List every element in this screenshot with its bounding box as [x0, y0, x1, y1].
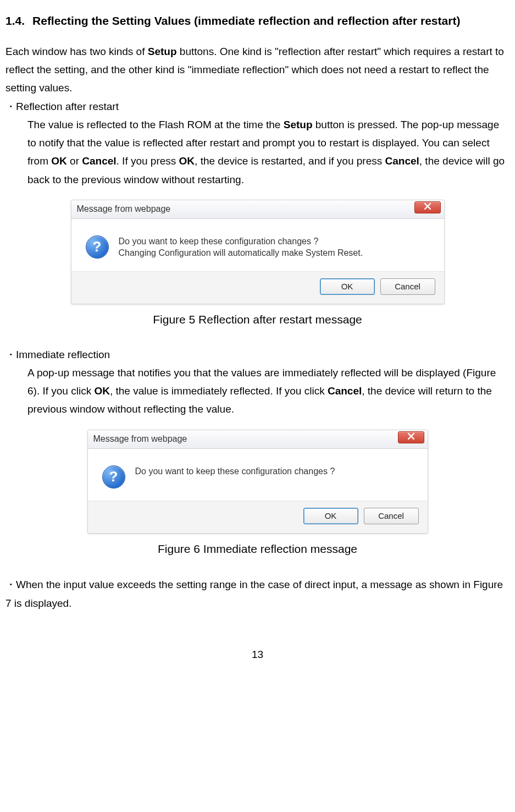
- dialog-1: Message from webpage ? Do you want to ke…: [71, 200, 445, 304]
- sec1-p6: Cancel: [82, 155, 116, 167]
- question-icon: ?: [86, 235, 109, 259]
- intro-bold-setup: Setup: [148, 46, 177, 57]
- dialog-1-line2: Changing Configuration will automaticall…: [119, 247, 430, 259]
- intro-text-1: Each window has two kinds of: [5, 46, 148, 57]
- dialog-2-body: ? Do you want to keep these configuratio…: [88, 449, 428, 501]
- sec1-p5: or: [67, 155, 82, 167]
- cancel-button[interactable]: Cancel: [380, 278, 435, 295]
- sec2-bullet: ・Immediate reflection: [5, 345, 510, 364]
- question-icon: ?: [102, 465, 125, 489]
- ok-button[interactable]: OK: [303, 508, 358, 524]
- section-heading: 1.4. Reflecting the Setting Values (imme…: [5, 11, 510, 31]
- close-button[interactable]: [398, 431, 424, 443]
- dialog-2-footer: OK Cancel: [88, 501, 428, 533]
- figure-6-wrap: Message from webpage ? Do you want to ke…: [5, 430, 510, 534]
- intro-paragraph: Each window has two kinds of Setup butto…: [5, 42, 510, 97]
- dialog-2-line1: Do you want to keep these configuration …: [135, 465, 413, 478]
- close-icon: [407, 431, 415, 443]
- sec1-p4: OK: [51, 155, 67, 167]
- sec1-p2: Setup: [284, 119, 313, 130]
- heading-title: Reflecting the Setting Values (immediate…: [32, 11, 460, 31]
- sec1-bullet: ・Reflection after restart: [5, 97, 510, 116]
- figure-5-wrap: Message from webpage ? Do you want to ke…: [5, 200, 510, 304]
- sec2-p2: OK: [94, 385, 110, 397]
- dialog-1-body: ? Do you want to keep these configuratio…: [71, 219, 444, 271]
- dialog-1-footer: OK Cancel: [71, 271, 444, 304]
- dialog-1-text: Do you want to keep these configuration …: [119, 235, 430, 259]
- dialog-1-title: Message from webpage: [77, 203, 171, 215]
- sec2-p3: , the value is immediately reflected. If…: [110, 385, 328, 397]
- figure-5-caption: Figure 5 Reflection after restart messag…: [5, 310, 510, 330]
- dialog-2: Message from webpage ? Do you want to ke…: [87, 430, 428, 534]
- figure-6-caption: Figure 6 Immediate reflection message: [5, 539, 510, 559]
- dialog-1-line1: Do you want to keep these configuration …: [119, 235, 430, 248]
- close-icon: [424, 201, 431, 213]
- note-paragraph: ・When the input value exceeds the settin…: [5, 575, 510, 612]
- sec1-p8: OK: [179, 155, 195, 167]
- cancel-button[interactable]: Cancel: [364, 508, 419, 524]
- dialog-1-titlebar: Message from webpage: [71, 200, 444, 219]
- sec1-body: The value is reflected to the Flash ROM …: [5, 116, 510, 189]
- heading-number: 1.4.: [5, 11, 25, 31]
- sec1-p7: . If you press: [117, 155, 179, 167]
- qmark-glyph: ?: [86, 235, 109, 259]
- sec1-p9: , the device is restarted, and if you pr…: [195, 155, 385, 167]
- dialog-2-text: Do you want to keep these configuration …: [135, 465, 413, 478]
- sec1-p1: The value is reflected to the Flash ROM …: [27, 119, 284, 130]
- sec2-p4: Cancel: [328, 385, 362, 397]
- qmark-glyph: ?: [102, 465, 125, 489]
- page-number: 13: [5, 645, 510, 663]
- ok-button[interactable]: OK: [320, 278, 375, 295]
- sec2-body: A pop-up message that notifies you that …: [5, 364, 510, 419]
- sec1-p10: Cancel: [385, 155, 419, 167]
- close-button[interactable]: [414, 201, 441, 213]
- dialog-2-titlebar: Message from webpage: [88, 430, 428, 449]
- dialog-2-title: Message from webpage: [93, 433, 187, 445]
